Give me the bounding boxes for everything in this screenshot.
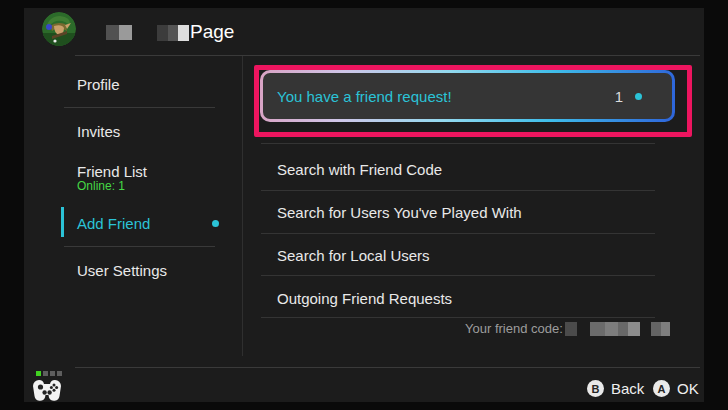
back-button-label: Back: [611, 380, 644, 397]
sidebar-divider-1: [64, 107, 215, 108]
redacted-username-block-1: [106, 25, 132, 40]
ok-button[interactable]: A OK: [653, 380, 699, 397]
header-divider: [75, 55, 700, 56]
profile-avatar[interactable]: [42, 12, 76, 46]
menu-divider: [261, 317, 655, 318]
link-avatar-image: [42, 12, 76, 46]
menu-item-search-friend-code[interactable]: Search with Friend Code: [277, 161, 442, 178]
controller-icon: [32, 379, 62, 408]
switch-friends-screen: Page Profile Invites Friend List Online:…: [0, 0, 728, 410]
page-title: Page: [190, 21, 234, 43]
redacted-friend-code-block-1: [565, 322, 577, 336]
player-slot-2: [43, 371, 48, 376]
menu-divider: [261, 275, 655, 276]
menu-item-search-local-users[interactable]: Search for Local Users: [277, 247, 430, 264]
redacted-friend-code-block-3: [651, 322, 670, 336]
back-button[interactable]: B Back: [587, 380, 644, 397]
menu-divider: [261, 143, 655, 144]
friend-code-row: Your friend code:: [465, 319, 670, 337]
ok-button-label: OK: [677, 380, 699, 397]
sidebar-main-divider: [242, 56, 243, 356]
friend-code-label: Your friend code:: [465, 321, 563, 336]
sidebar-item-add-friend[interactable]: Add Friend: [77, 215, 150, 232]
menu-item-search-played-with[interactable]: Search for Users You've Played With: [277, 204, 522, 221]
friend-request-dot: [635, 93, 642, 100]
player-slot-3: [50, 371, 55, 376]
player-slot-1-active: [36, 371, 41, 376]
friend-request-label: You have a friend request!: [277, 88, 615, 105]
sidebar-item-profile[interactable]: Profile: [77, 76, 120, 93]
b-button-icon: B: [587, 380, 604, 397]
footer-divider: [75, 367, 700, 368]
a-button-icon: A: [653, 380, 670, 397]
friend-request-notification[interactable]: You have a friend request! 1: [260, 70, 675, 122]
friend-request-count: 1: [615, 88, 623, 105]
sidebar-divider-2: [64, 246, 215, 247]
menu-item-outgoing-requests[interactable]: Outgoing Friend Requests: [277, 290, 452, 307]
redacted-friend-code-block-2: [590, 322, 640, 336]
menu-divider: [261, 190, 655, 191]
sidebar-item-user-settings[interactable]: User Settings: [77, 262, 167, 279]
menu-divider: [261, 233, 655, 234]
redacted-username-block-2: [157, 25, 189, 41]
friend-request-inner: You have a friend request! 1: [263, 73, 672, 119]
player-slot-4: [57, 371, 62, 376]
friend-list-online-count: Online: 1: [77, 179, 125, 193]
add-friend-notification-dot: [212, 220, 219, 227]
sidebar-selection-bar: [61, 207, 64, 237]
sidebar-item-invites[interactable]: Invites: [77, 123, 120, 140]
sidebar-item-friend-list[interactable]: Friend List: [77, 163, 147, 180]
controller-player-slots: [36, 371, 62, 376]
